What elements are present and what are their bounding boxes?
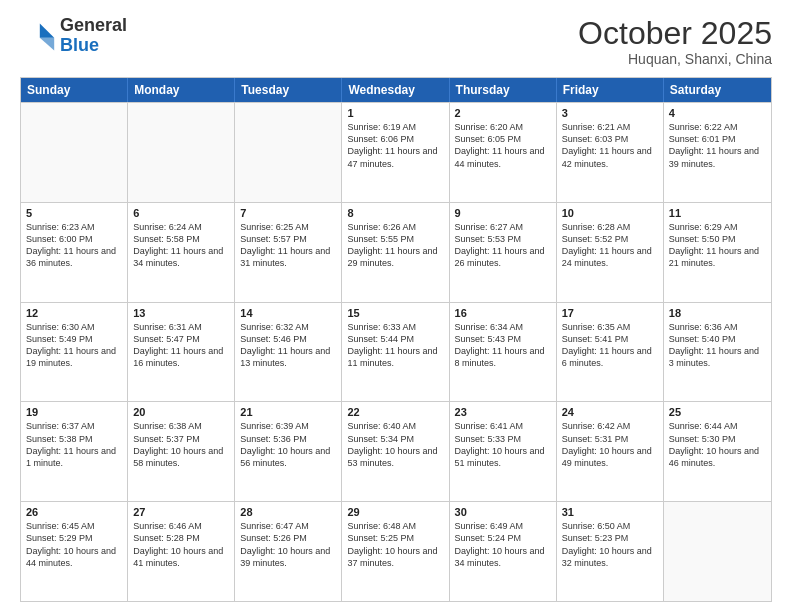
cal-cell-0-6: 4Sunrise: 6:22 AM Sunset: 6:01 PM Daylig… — [664, 103, 771, 202]
cal-cell-1-0: 5Sunrise: 6:23 AM Sunset: 6:00 PM Daylig… — [21, 203, 128, 302]
day-number: 16 — [455, 307, 551, 319]
day-info: Sunrise: 6:19 AM Sunset: 6:06 PM Dayligh… — [347, 121, 443, 170]
day-info: Sunrise: 6:33 AM Sunset: 5:44 PM Dayligh… — [347, 321, 443, 370]
logo-general: General — [60, 15, 127, 35]
weekday-wednesday: Wednesday — [342, 78, 449, 102]
day-number: 10 — [562, 207, 658, 219]
day-info: Sunrise: 6:27 AM Sunset: 5:53 PM Dayligh… — [455, 221, 551, 270]
cal-cell-1-2: 7Sunrise: 6:25 AM Sunset: 5:57 PM Daylig… — [235, 203, 342, 302]
svg-marker-1 — [40, 38, 54, 51]
cal-cell-2-2: 14Sunrise: 6:32 AM Sunset: 5:46 PM Dayli… — [235, 303, 342, 402]
day-info: Sunrise: 6:35 AM Sunset: 5:41 PM Dayligh… — [562, 321, 658, 370]
cal-cell-0-0 — [21, 103, 128, 202]
cal-cell-1-3: 8Sunrise: 6:26 AM Sunset: 5:55 PM Daylig… — [342, 203, 449, 302]
cal-row-1: 1Sunrise: 6:19 AM Sunset: 6:06 PM Daylig… — [21, 102, 771, 202]
cal-cell-3-0: 19Sunrise: 6:37 AM Sunset: 5:38 PM Dayli… — [21, 402, 128, 501]
day-info: Sunrise: 6:48 AM Sunset: 5:25 PM Dayligh… — [347, 520, 443, 569]
day-number: 20 — [133, 406, 229, 418]
svg-marker-0 — [40, 23, 54, 37]
day-info: Sunrise: 6:41 AM Sunset: 5:33 PM Dayligh… — [455, 420, 551, 469]
cal-cell-4-0: 26Sunrise: 6:45 AM Sunset: 5:29 PM Dayli… — [21, 502, 128, 601]
cal-cell-0-2 — [235, 103, 342, 202]
day-number: 7 — [240, 207, 336, 219]
cal-cell-0-5: 3Sunrise: 6:21 AM Sunset: 6:03 PM Daylig… — [557, 103, 664, 202]
cal-cell-4-6 — [664, 502, 771, 601]
day-info: Sunrise: 6:46 AM Sunset: 5:28 PM Dayligh… — [133, 520, 229, 569]
day-number: 6 — [133, 207, 229, 219]
cal-cell-2-5: 17Sunrise: 6:35 AM Sunset: 5:41 PM Dayli… — [557, 303, 664, 402]
day-info: Sunrise: 6:44 AM Sunset: 5:30 PM Dayligh… — [669, 420, 766, 469]
title-block: October 2025 Huquan, Shanxi, China — [578, 16, 772, 67]
logo: General Blue — [20, 16, 127, 56]
day-info: Sunrise: 6:21 AM Sunset: 6:03 PM Dayligh… — [562, 121, 658, 170]
cal-cell-1-5: 10Sunrise: 6:28 AM Sunset: 5:52 PM Dayli… — [557, 203, 664, 302]
day-number: 22 — [347, 406, 443, 418]
day-info: Sunrise: 6:34 AM Sunset: 5:43 PM Dayligh… — [455, 321, 551, 370]
cal-cell-2-4: 16Sunrise: 6:34 AM Sunset: 5:43 PM Dayli… — [450, 303, 557, 402]
cal-cell-1-1: 6Sunrise: 6:24 AM Sunset: 5:58 PM Daylig… — [128, 203, 235, 302]
cal-cell-2-6: 18Sunrise: 6:36 AM Sunset: 5:40 PM Dayli… — [664, 303, 771, 402]
cal-cell-0-1 — [128, 103, 235, 202]
cal-cell-2-0: 12Sunrise: 6:30 AM Sunset: 5:49 PM Dayli… — [21, 303, 128, 402]
cal-cell-1-6: 11Sunrise: 6:29 AM Sunset: 5:50 PM Dayli… — [664, 203, 771, 302]
day-info: Sunrise: 6:50 AM Sunset: 5:23 PM Dayligh… — [562, 520, 658, 569]
cal-cell-3-1: 20Sunrise: 6:38 AM Sunset: 5:37 PM Dayli… — [128, 402, 235, 501]
weekday-sunday: Sunday — [21, 78, 128, 102]
day-info: Sunrise: 6:45 AM Sunset: 5:29 PM Dayligh… — [26, 520, 122, 569]
day-info: Sunrise: 6:32 AM Sunset: 5:46 PM Dayligh… — [240, 321, 336, 370]
day-info: Sunrise: 6:31 AM Sunset: 5:47 PM Dayligh… — [133, 321, 229, 370]
day-info: Sunrise: 6:39 AM Sunset: 5:36 PM Dayligh… — [240, 420, 336, 469]
cal-cell-1-4: 9Sunrise: 6:27 AM Sunset: 5:53 PM Daylig… — [450, 203, 557, 302]
day-number: 8 — [347, 207, 443, 219]
day-number: 25 — [669, 406, 766, 418]
day-number: 5 — [26, 207, 122, 219]
cal-cell-3-5: 24Sunrise: 6:42 AM Sunset: 5:31 PM Dayli… — [557, 402, 664, 501]
cal-cell-3-6: 25Sunrise: 6:44 AM Sunset: 5:30 PM Dayli… — [664, 402, 771, 501]
day-info: Sunrise: 6:37 AM Sunset: 5:38 PM Dayligh… — [26, 420, 122, 469]
day-info: Sunrise: 6:25 AM Sunset: 5:57 PM Dayligh… — [240, 221, 336, 270]
day-number: 26 — [26, 506, 122, 518]
cal-row-4: 19Sunrise: 6:37 AM Sunset: 5:38 PM Dayli… — [21, 401, 771, 501]
day-number: 19 — [26, 406, 122, 418]
day-info: Sunrise: 6:49 AM Sunset: 5:24 PM Dayligh… — [455, 520, 551, 569]
cal-cell-4-5: 31Sunrise: 6:50 AM Sunset: 5:23 PM Dayli… — [557, 502, 664, 601]
weekday-thursday: Thursday — [450, 78, 557, 102]
day-number: 28 — [240, 506, 336, 518]
header: General Blue October 2025 Huquan, Shanxi… — [20, 16, 772, 67]
day-info: Sunrise: 6:38 AM Sunset: 5:37 PM Dayligh… — [133, 420, 229, 469]
day-number: 12 — [26, 307, 122, 319]
cal-row-3: 12Sunrise: 6:30 AM Sunset: 5:49 PM Dayli… — [21, 302, 771, 402]
day-info: Sunrise: 6:22 AM Sunset: 6:01 PM Dayligh… — [669, 121, 766, 170]
day-number: 3 — [562, 107, 658, 119]
day-number: 14 — [240, 307, 336, 319]
day-info: Sunrise: 6:30 AM Sunset: 5:49 PM Dayligh… — [26, 321, 122, 370]
day-number: 24 — [562, 406, 658, 418]
cal-cell-4-3: 29Sunrise: 6:48 AM Sunset: 5:25 PM Dayli… — [342, 502, 449, 601]
day-info: Sunrise: 6:29 AM Sunset: 5:50 PM Dayligh… — [669, 221, 766, 270]
weekday-saturday: Saturday — [664, 78, 771, 102]
day-number: 1 — [347, 107, 443, 119]
cal-cell-4-1: 27Sunrise: 6:46 AM Sunset: 5:28 PM Dayli… — [128, 502, 235, 601]
day-info: Sunrise: 6:47 AM Sunset: 5:26 PM Dayligh… — [240, 520, 336, 569]
cal-cell-2-1: 13Sunrise: 6:31 AM Sunset: 5:47 PM Dayli… — [128, 303, 235, 402]
day-number: 30 — [455, 506, 551, 518]
day-number: 13 — [133, 307, 229, 319]
cal-row-2: 5Sunrise: 6:23 AM Sunset: 6:00 PM Daylig… — [21, 202, 771, 302]
day-info: Sunrise: 6:42 AM Sunset: 5:31 PM Dayligh… — [562, 420, 658, 469]
day-info: Sunrise: 6:36 AM Sunset: 5:40 PM Dayligh… — [669, 321, 766, 370]
cal-cell-0-3: 1Sunrise: 6:19 AM Sunset: 6:06 PM Daylig… — [342, 103, 449, 202]
calendar-body: 1Sunrise: 6:19 AM Sunset: 6:06 PM Daylig… — [21, 102, 771, 601]
cal-cell-3-4: 23Sunrise: 6:41 AM Sunset: 5:33 PM Dayli… — [450, 402, 557, 501]
calendar-header: Sunday Monday Tuesday Wednesday Thursday… — [21, 78, 771, 102]
day-number: 21 — [240, 406, 336, 418]
location-subtitle: Huquan, Shanxi, China — [578, 51, 772, 67]
day-number: 23 — [455, 406, 551, 418]
logo-text: General Blue — [60, 16, 127, 56]
logo-blue: Blue — [60, 35, 99, 55]
cal-cell-4-2: 28Sunrise: 6:47 AM Sunset: 5:26 PM Dayli… — [235, 502, 342, 601]
cal-cell-3-3: 22Sunrise: 6:40 AM Sunset: 5:34 PM Dayli… — [342, 402, 449, 501]
day-number: 4 — [669, 107, 766, 119]
weekday-friday: Friday — [557, 78, 664, 102]
day-number: 11 — [669, 207, 766, 219]
day-number: 31 — [562, 506, 658, 518]
